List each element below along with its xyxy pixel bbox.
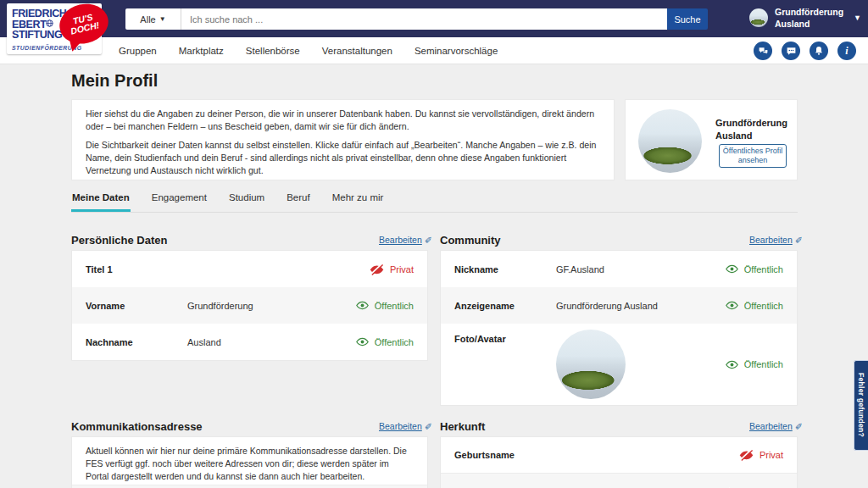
profile-tabs: Meine Daten Engagement Studium Beruf Meh… bbox=[71, 192, 798, 213]
view-public-profile-button[interactable]: Öffentliches Profil ansehen bbox=[719, 144, 787, 168]
status-badge: Öffentlich bbox=[726, 359, 783, 369]
table-row bbox=[72, 485, 427, 488]
fes-logo[interactable]: FRIEDRICH EBERT STIFTUNG STUDIENFÖRDERUN… bbox=[7, 3, 102, 54]
eye-icon bbox=[726, 360, 738, 369]
main-navbar: Gruppen Marktplatz Stellenbörse Veransta… bbox=[0, 37, 868, 64]
chevron-down-icon: ▼ bbox=[159, 15, 166, 23]
chat-icon[interactable] bbox=[782, 42, 800, 60]
table-row: Nickname GF.Ausland Öffentlich bbox=[441, 251, 797, 287]
search-filter-dropdown[interactable]: Alle▼ bbox=[125, 8, 181, 30]
tab-beruf[interactable]: Beruf bbox=[286, 192, 311, 212]
edit-origin-link[interactable]: Bearbeiten✎ bbox=[749, 421, 803, 431]
intro-paragraph-2: Die Sichtbarkeit deiner Daten kannst du … bbox=[86, 139, 600, 177]
status-badge: Öffentlich bbox=[726, 301, 783, 311]
nav-item-stellenboerse[interactable]: Stellenbörse bbox=[246, 46, 300, 56]
status-badge: Öffentlich bbox=[726, 264, 783, 274]
info-icon[interactable]: i bbox=[837, 42, 856, 60]
search-button[interactable]: Suche bbox=[667, 8, 708, 30]
pencil-icon: ✎ bbox=[425, 421, 432, 431]
nav-item-seminarvorschlaege[interactable]: Seminarvorschläge bbox=[415, 46, 498, 56]
eye-icon bbox=[726, 264, 738, 274]
profile-name: Grundförderung Ausland bbox=[715, 117, 787, 142]
tab-mehr-zu-mir[interactable]: Mehr zu mir bbox=[331, 192, 385, 212]
edit-personal-link[interactable]: Bearbeiten✎ bbox=[379, 235, 432, 245]
eye-off-icon bbox=[370, 263, 384, 275]
page-title: Mein Profil bbox=[71, 71, 158, 91]
edit-community-link[interactable]: Bearbeiten✎ bbox=[749, 235, 803, 245]
table-row bbox=[441, 473, 797, 488]
edit-communication-link[interactable]: Bearbeiten✎ bbox=[379, 421, 432, 431]
nav-item-gruppen[interactable]: Gruppen bbox=[119, 46, 157, 56]
pencil-icon: ✎ bbox=[795, 235, 803, 245]
eye-off-icon bbox=[739, 449, 754, 461]
table-row: Anzeigename Grundförderung Ausland Öffen… bbox=[441, 287, 797, 324]
user-name: Grundförderung Ausland bbox=[775, 6, 843, 30]
report-error-button[interactable]: Fehler gefunden? bbox=[854, 360, 868, 451]
section-title-personal: Persönliche Daten bbox=[71, 234, 167, 247]
intro-paragraph-1: Hier siehst du die Angaben zu deiner Per… bbox=[86, 108, 600, 133]
globe-icon bbox=[46, 19, 53, 30]
user-menu[interactable]: Grundförderung Ausland ▼ bbox=[749, 6, 861, 30]
table-row: Nachname Ausland Öffentlich bbox=[72, 324, 427, 360]
messages-icon[interactable] bbox=[754, 42, 772, 60]
status-badge: Öffentlich bbox=[356, 337, 414, 347]
origin-card: Geburtsname Privat bbox=[440, 436, 798, 488]
tab-meine-daten[interactable]: Meine Daten bbox=[71, 192, 131, 212]
personal-data-card: Titel 1 Privat Vorname Grundförderung Öf… bbox=[71, 250, 428, 361]
tab-engagement[interactable]: Engagement bbox=[151, 192, 208, 212]
eye-icon bbox=[356, 337, 369, 347]
user-avatar bbox=[749, 8, 768, 27]
section-title-community: Community bbox=[440, 234, 501, 247]
search-input[interactable] bbox=[181, 8, 667, 30]
section-title-origin: Herkunft bbox=[440, 420, 485, 433]
fes-logo-text: FRIEDRICH EBERT STIFTUNG bbox=[12, 9, 66, 41]
chevron-down-icon: ▼ bbox=[854, 14, 861, 22]
section-title-communication: Kommunikationsadresse bbox=[71, 420, 203, 433]
profile-avatar bbox=[638, 109, 702, 173]
table-row: Titel 1 Privat bbox=[72, 251, 427, 287]
status-badge: Privat bbox=[739, 449, 783, 461]
eye-icon bbox=[726, 301, 738, 310]
nav-item-marktplatz[interactable]: Marktplatz bbox=[179, 46, 224, 56]
pencil-icon: ✎ bbox=[425, 235, 432, 245]
profile-intro-card: Hier siehst du die Angaben zu deiner Per… bbox=[71, 99, 615, 180]
communication-note: Aktuell können wir hier nur deine primär… bbox=[72, 437, 427, 485]
table-row: Vorname Grundförderung Öffentlich bbox=[72, 287, 427, 324]
pencil-icon: ✎ bbox=[795, 421, 803, 431]
table-row: Foto/Avatar Öffentlich bbox=[441, 324, 797, 405]
status-badge: Öffentlich bbox=[356, 301, 414, 311]
table-row: Geburtsname Privat bbox=[441, 437, 797, 473]
community-avatar-photo bbox=[556, 330, 626, 399]
nav-item-veranstaltungen[interactable]: Veranstaltungen bbox=[322, 46, 392, 56]
status-badge: Privat bbox=[370, 263, 414, 275]
eye-icon bbox=[356, 301, 369, 310]
community-card: Nickname GF.Ausland Öffentlich Anzeigena… bbox=[440, 250, 798, 406]
communication-card: Aktuell können wir hier nur deine primär… bbox=[71, 436, 428, 488]
bell-icon[interactable] bbox=[810, 42, 828, 60]
tab-studium[interactable]: Studium bbox=[228, 192, 265, 212]
profile-summary-card: Grundförderung Ausland Öffentliches Prof… bbox=[625, 99, 798, 180]
global-search: Alle▼ Suche bbox=[125, 8, 708, 30]
